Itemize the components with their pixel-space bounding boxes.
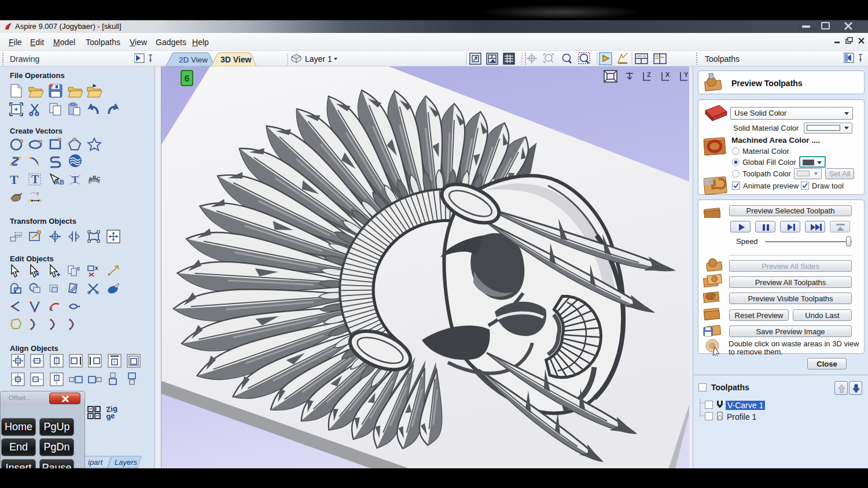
svg-text:Layer 1: Layer 1 [305, 54, 332, 64]
svg-text:8: 8 [77, 266, 80, 272]
svg-text:x: x [95, 265, 98, 271]
svg-text:Create Vectors: Create Vectors [10, 127, 62, 135]
svg-text:Transform Objects: Transform Objects [10, 217, 76, 225]
svg-text:File Operations: File Operations [10, 71, 65, 80]
svg-text:ipart: ipart [88, 458, 104, 467]
svg-text:6: 6 [184, 74, 190, 84]
svg-text:T: T [72, 174, 79, 185]
svg-text:T: T [31, 173, 39, 186]
svg-text:Align Objects: Align Objects [10, 344, 58, 353]
svg-text:?: ? [36, 191, 39, 197]
svg-text:ge: ge [105, 411, 115, 421]
svg-text:T: T [113, 360, 116, 365]
svg-text:Z: Z [647, 71, 651, 78]
svg-text:T: T [10, 172, 19, 187]
svg-text:Y: Y [684, 71, 689, 78]
svg-text:AB: AB [55, 179, 64, 186]
svg-text:Layers: Layers [115, 458, 138, 467]
svg-text:X: X [665, 71, 670, 78]
svg-text:Edit Objects: Edit Objects [10, 254, 54, 263]
svg-text:3D View: 3D View [220, 55, 252, 64]
svg-text:2D View: 2D View [179, 56, 208, 64]
